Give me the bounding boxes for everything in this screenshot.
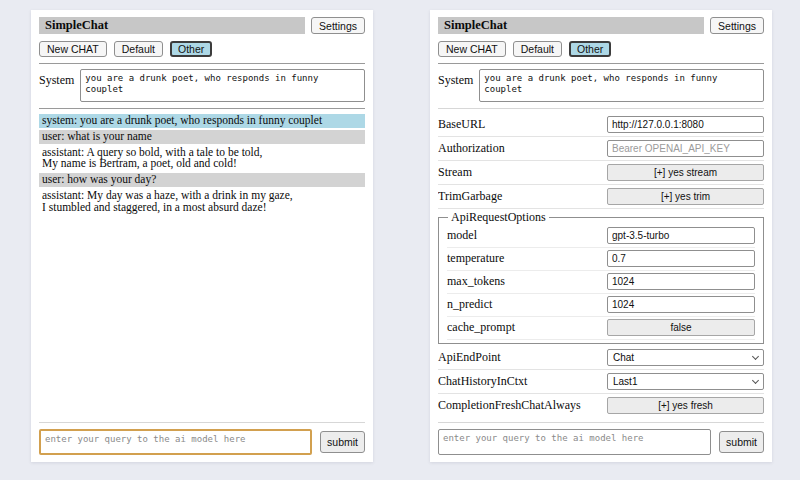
setting-label: temperature: [447, 251, 504, 266]
setting-label: ApiEndPoint: [438, 350, 501, 365]
chat-message-assistant: assistant: My day was a haze, with a dri…: [39, 189, 365, 215]
setting-row-cache-prompt: cache_prompt false: [447, 317, 755, 340]
query-row: submit: [39, 429, 365, 455]
setting-row-stream: Stream [+] yes stream: [438, 161, 764, 185]
system-label: System: [438, 69, 473, 88]
session-buttons: New CHAT Default Other: [438, 41, 764, 57]
title-bar: SimpleChat Settings: [39, 17, 365, 34]
system-label: System: [39, 69, 74, 88]
system-prompt-textarea[interactable]: you are a drunk poet, who responds in fu…: [80, 69, 365, 102]
authorization-input[interactable]: [607, 140, 764, 157]
system-prompt-row: System you are a drunk poet, who respond…: [438, 69, 764, 102]
chat-message-user: user: how was your day?: [39, 173, 365, 187]
chat-message-user: user: what is your name: [39, 130, 365, 144]
setting-row-authorization: Authorization: [438, 137, 764, 161]
setting-label: Stream: [438, 165, 472, 180]
api-endpoint-select[interactable]: Chat: [607, 349, 764, 366]
setting-row-n-predict: n_predict: [447, 294, 755, 317]
chevron-down-icon: [752, 353, 759, 360]
new-chat-button[interactable]: New CHAT: [438, 41, 506, 57]
submit-button[interactable]: submit: [719, 431, 764, 453]
stream-toggle-button[interactable]: [+] yes stream: [607, 164, 764, 181]
chevron-down-icon: [752, 377, 759, 384]
chat-history-in-ctxt-select[interactable]: Last1: [607, 373, 764, 390]
chat-panel: SimpleChat Settings New CHAT Default Oth…: [31, 10, 373, 462]
app-title: SimpleChat: [39, 17, 305, 34]
setting-label: ChatHistoryInCtxt: [438, 374, 527, 389]
query-input[interactable]: [438, 429, 711, 455]
max-tokens-input[interactable]: [607, 273, 755, 290]
select-value: Last1: [613, 376, 637, 387]
setting-row-completion-fresh-chat-always: CompletionFreshChatAlways [+] yes fresh: [438, 394, 764, 416]
setting-row-trimgarbage: TrimGarbage [+] yes trim: [438, 185, 764, 209]
setting-label: TrimGarbage: [438, 189, 502, 204]
page: SimpleChat Settings New CHAT Default Oth…: [0, 0, 800, 462]
chat-message-assistant: assistant: A query so bold, with a tale …: [39, 146, 365, 172]
setting-row-baseurl: BaseURL: [438, 113, 764, 137]
divider: [39, 422, 365, 423]
app-title: SimpleChat: [438, 17, 704, 34]
model-input[interactable]: [607, 227, 755, 244]
n-predict-input[interactable]: [607, 296, 755, 313]
system-prompt-row: System you are a drunk poet, who respond…: [39, 69, 365, 102]
setting-row-api-endpoint: ApiEndPoint Chat: [438, 346, 764, 370]
divider: [438, 63, 764, 64]
settings-list: BaseURL Authorization Stream [+] yes str…: [438, 113, 764, 416]
setting-label: n_predict: [447, 297, 492, 312]
temperature-input[interactable]: [607, 250, 755, 267]
select-value: Chat: [613, 352, 634, 363]
baseurl-input[interactable]: [607, 116, 764, 133]
setting-label: Authorization: [438, 141, 505, 156]
message-line: assistant: My day was a haze, with a dri…: [42, 190, 362, 202]
query-row: submit: [438, 429, 764, 455]
divider: [39, 108, 365, 109]
cache-prompt-toggle-button[interactable]: false: [607, 319, 755, 336]
message-line: My name is Bertram, a poet, old and cold…: [42, 158, 362, 170]
api-request-options-legend: ApiRequestOptions: [448, 210, 549, 225]
setting-row-model: model: [447, 225, 755, 248]
system-prompt-textarea[interactable]: you are a drunk poet, who responds in fu…: [479, 69, 764, 102]
message-line: I stumbled and staggered, in a most absu…: [42, 202, 362, 214]
session-button-default[interactable]: Default: [114, 41, 163, 57]
api-request-options-group: ApiRequestOptions model temperature max_…: [438, 210, 764, 344]
session-buttons: New CHAT Default Other: [39, 41, 365, 57]
new-chat-button[interactable]: New CHAT: [39, 41, 107, 57]
settings-panel: SimpleChat Settings New CHAT Default Oth…: [430, 10, 772, 462]
title-bar: SimpleChat Settings: [438, 17, 764, 34]
submit-button[interactable]: submit: [320, 431, 365, 453]
setting-label: cache_prompt: [447, 320, 515, 335]
setting-label: BaseURL: [438, 117, 485, 132]
query-input[interactable]: [39, 429, 312, 455]
setting-label: model: [447, 228, 477, 243]
trim-garbage-toggle-button[interactable]: [+] yes trim: [607, 188, 764, 205]
setting-row-chat-history-in-ctxt: ChatHistoryInCtxt Last1: [438, 370, 764, 394]
setting-label: max_tokens: [447, 274, 505, 289]
setting-row-max-tokens: max_tokens: [447, 271, 755, 294]
chat-message-list: system: you are a drunk poet, who respon…: [39, 114, 365, 416]
chat-message-system: system: you are a drunk poet, who respon…: [39, 114, 365, 128]
settings-button[interactable]: Settings: [710, 17, 764, 34]
setting-label: CompletionFreshChatAlways: [438, 398, 581, 413]
session-button-other[interactable]: Other: [569, 41, 611, 57]
setting-row-temperature: temperature: [447, 248, 755, 271]
divider: [438, 108, 764, 109]
session-button-default[interactable]: Default: [513, 41, 562, 57]
completion-fresh-chat-toggle-button[interactable]: [+] yes fresh: [607, 397, 764, 414]
divider: [39, 63, 365, 64]
session-button-other[interactable]: Other: [170, 41, 212, 57]
settings-button[interactable]: Settings: [311, 17, 365, 34]
divider: [438, 422, 764, 423]
